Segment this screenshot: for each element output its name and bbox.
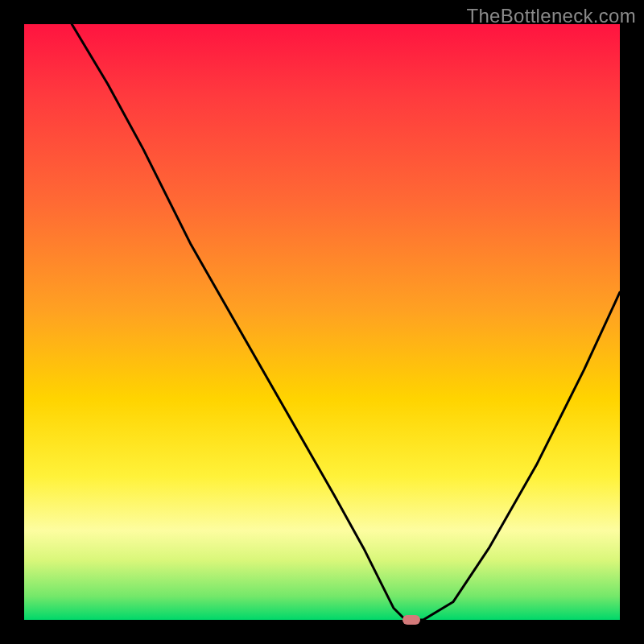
watermark-text: TheBottleneck.com [466, 5, 636, 27]
bottleneck-curve [24, 24, 620, 620]
curve-path [72, 24, 620, 620]
plot-area [24, 24, 620, 620]
optimum-marker [402, 615, 420, 625]
chart-frame: TheBottleneck.com [0, 0, 644, 644]
